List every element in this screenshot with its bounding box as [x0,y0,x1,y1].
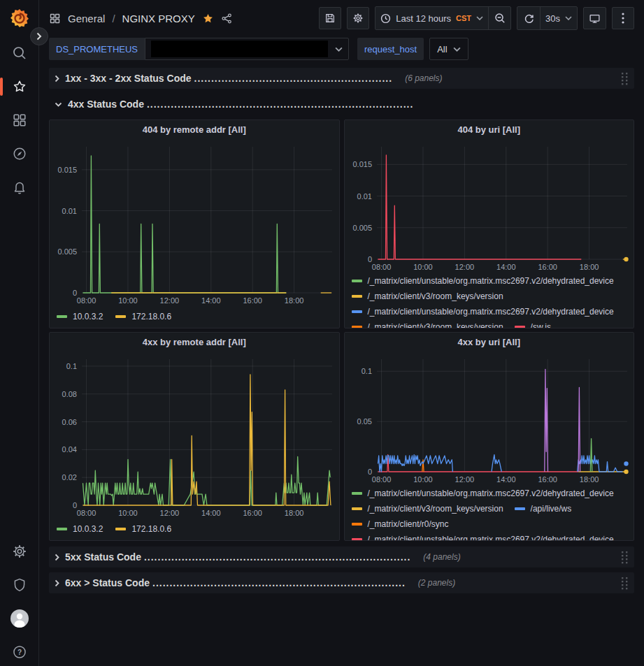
svg-text:0: 0 [73,289,77,297]
svg-text:0: 0 [73,501,77,509]
legend-label: 10.0.3.2 [73,312,103,321]
legend-item[interactable]: 10.0.3.2 [57,524,103,534]
legend-label: /_matrix/client/unstable/org.matrix.msc2… [368,532,614,540]
panel-4xx-by-remote-addr: 4xx by remote addr [All] 08:0010:0012:00… [49,332,340,541]
chevron-right-icon [55,579,59,587]
row-title: 5xx Status Code [65,551,141,563]
svg-text:08:00: 08:00 [77,509,96,517]
grafana-logo[interactable] [8,7,31,29]
row-drag-handle[interactable] [621,577,629,590]
panel-title[interactable]: 4xx by uri [All] [345,333,634,352]
legend-item[interactable]: /_matrix/client/v3/room_keys/version [352,289,503,304]
legend-item[interactable]: /_matrix/client/v3/room_keys/version [352,319,503,328]
save-dashboard-button[interactable] [319,7,341,29]
breadcrumb-separator: / [112,13,115,24]
svg-text:18:00: 18:00 [285,509,304,517]
variable-request-host: request_host All [357,38,468,60]
tv-icon [589,13,601,24]
row-5xx[interactable]: 5xx Status Code ........................… [49,546,634,567]
sidebar-item-explore[interactable] [11,145,28,162]
row-1xx-3xx-2xx[interactable]: 1xx - 3xx - 2xx Status Code ............… [49,68,634,89]
legend-swatch [57,315,67,318]
svg-text:0.1: 0.1 [66,362,77,370]
refresh-interval-picker[interactable]: 30s [540,7,577,29]
legend-label: 172.18.0.6 [131,312,171,321]
svg-text:12:00: 12:00 [455,475,474,484]
panel-legend: /_matrix/client/unstable/org.matrix.msc2… [345,273,634,328]
legend-item[interactable]: /_matrix/client/r0/sync [352,516,449,532]
sidebar-item-profile[interactable] [11,610,28,627]
sidebar-item-help[interactable]: ? [11,644,28,660]
chart-plot[interactable]: 08:0010:0012:0014:0016:0018:0000.0050.01… [50,140,339,307]
variable-request-host-label[interactable]: request_host [357,38,424,60]
help-icon: ? [12,644,27,660]
chart-plot[interactable]: 08:0010:0012:0014:0016:0018:0000.020.040… [50,352,339,519]
svg-text:0.02: 0.02 [62,473,77,482]
sidebar-expand-button[interactable] [30,27,48,45]
breadcrumb: General / NGINX PROXY [49,13,233,24]
save-icon [324,13,336,24]
legend-item[interactable]: 10.0.3.2 [57,312,103,321]
svg-text:16:00: 16:00 [538,475,557,484]
legend-item[interactable]: /_matrix/client/unstable/org.matrix.msc2… [352,273,614,289]
legend-swatch [115,315,126,318]
legend-item[interactable]: /_matrix/client/v3/room_keys/version [352,501,503,516]
row-6xx[interactable]: 6xx > Status Code ......................… [49,572,634,593]
sidebar-item-search[interactable] [11,45,28,61]
sidebar-item-configuration[interactable] [11,543,28,560]
refresh-button[interactable] [517,7,540,29]
legend-swatch [515,326,525,328]
tv-mode-button[interactable] [583,7,606,29]
sidebar-item-starred[interactable] [11,78,28,95]
svg-text:0: 0 [367,468,371,476]
time-range-picker[interactable]: Last 12 hours CST [375,7,488,29]
svg-text:12:00: 12:00 [160,296,180,305]
row-drag-handle[interactable] [621,72,629,85]
sidebar-item-dashboards[interactable] [11,112,28,129]
legend-item[interactable]: /_matrix/client/unstable/org.matrix.msc2… [352,486,614,501]
legend-item[interactable]: 172.18.0.6 [115,312,171,321]
svg-text:18:00: 18:00 [285,296,304,305]
legend-swatch [352,523,362,526]
chevron-right-icon [55,75,59,82]
row-drag-handle[interactable] [621,551,629,564]
dashboard-settings-button[interactable] [347,7,369,29]
sidebar-item-alerting[interactable] [11,179,28,196]
sidebar-menu [11,45,28,196]
bell-icon [12,180,27,195]
variable-request-host-value[interactable]: All [429,38,468,60]
legend-item[interactable]: /_matrix/client/unstable/org.matrix.msc2… [352,532,614,540]
zoom-out-button[interactable] [488,7,510,29]
legend-label: /_matrix/client/unstable/org.matrix.msc2… [368,273,614,289]
chart-plot[interactable]: 08:0010:0012:0014:0016:0018:0000.050.1 [345,352,634,486]
breadcrumb-folder[interactable]: General [68,13,105,24]
variable-datasource-label[interactable]: DS_PROMETHEUS [49,38,145,60]
legend-item[interactable]: /api/live/ws [515,501,572,516]
svg-text:12:00: 12:00 [455,263,474,271]
panel-legend: 10.0.3.2172.18.0.6 [50,307,339,328]
legend-label: /api/live/ws [531,501,572,516]
panel-title[interactable]: 4xx by remote addr [All] [50,333,339,352]
sidebar-item-server-admin[interactable] [11,577,28,593]
svg-text:10:00: 10:00 [118,509,138,517]
legend-item[interactable]: /sw.js [515,319,551,328]
legend-item[interactable]: 172.18.0.6 [115,524,171,534]
panel-title[interactable]: 404 by remote addr [All] [50,120,339,140]
kebab-icon [622,13,624,24]
legend-label: /_matrix/client/unstable/org.matrix.msc2… [368,304,614,319]
chevron-down-icon [453,47,461,52]
panel-legend: 10.0.3.2172.18.0.6 [50,519,339,540]
svg-text:0.04: 0.04 [62,445,77,454]
panel-title[interactable]: 404 by uri [All] [345,120,634,140]
favorite-star-icon[interactable] [202,13,214,24]
legend-label: /sw.js [531,319,551,328]
clock-icon [380,13,391,24]
kebab-menu-button[interactable] [612,7,634,29]
legend-item[interactable]: /_matrix/client/unstable/org.matrix.msc2… [352,304,614,319]
chart-plot[interactable]: 08:0010:0012:0014:0016:0018:0000.0050.01… [345,140,634,273]
apps-icon [49,13,61,24]
variable-datasource-value[interactable] [145,38,349,60]
shield-icon [12,577,27,593]
row-4xx[interactable]: 4xx Status Code ........................… [49,94,634,115]
share-icon[interactable] [221,13,233,24]
